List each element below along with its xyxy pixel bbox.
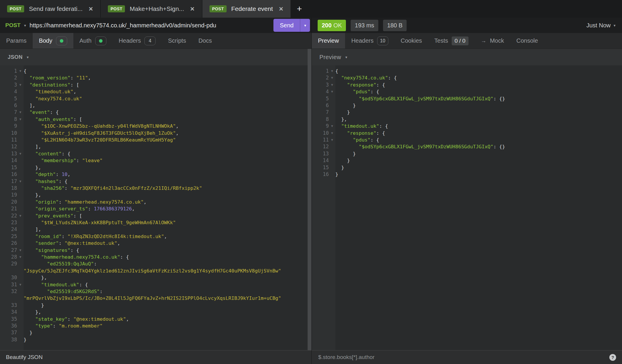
method-badge: POST (108, 5, 125, 12)
token: : { (370, 89, 379, 94)
method-badge: POST (209, 5, 227, 12)
code-content: "timedout.uk": { (335, 123, 622, 129)
code-line: 17▼ "hashes": { (0, 178, 311, 185)
close-tab-icon[interactable]: ✕ (279, 6, 283, 12)
fold-toggle-icon[interactable]: ▼ (329, 82, 335, 88)
code-line: 7▼ "event": { (0, 109, 311, 116)
line-number: 20 (0, 199, 17, 205)
beautify-json-button[interactable]: Beautify JSON (6, 354, 43, 360)
fold-toggle-icon[interactable]: ▼ (329, 88, 335, 95)
tab-params[interactable]: Params (0, 33, 33, 49)
code-line: 27▼ "signatures": { (0, 247, 311, 254)
request-tab[interactable]: POSTSend raw federati...✕ (0, 0, 101, 18)
code-content: }, (24, 274, 311, 281)
code-line: 30 }, (0, 274, 311, 281)
tab-mock[interactable]: →Mock (475, 33, 510, 49)
token: 10 (62, 172, 67, 177)
token: } (335, 109, 350, 115)
code-line: 25 "room_id": "!XRqZN3zQD2dtHc8I4k:timed… (0, 233, 311, 240)
code-line: 16 "depth": 10, (0, 171, 311, 178)
fold-toggle-icon[interactable]: ▼ (17, 68, 24, 74)
send-button-label[interactable]: Send (273, 19, 300, 32)
tab-console[interactable]: Console (510, 33, 544, 49)
status-badge: 200OK (318, 20, 346, 31)
tab-cookies[interactable]: Cookies (395, 33, 428, 49)
line-gutter: 4▼ (312, 88, 335, 95)
fold-toggle-icon[interactable]: ▼ (17, 178, 24, 185)
request-body-editor[interactable]: 1▼{2 "room_version": "11",3▼ "destinatio… (0, 65, 311, 350)
new-tab-button[interactable]: + (291, 0, 308, 18)
response-view-selector[interactable]: Preview ▾ (312, 49, 622, 65)
code-content: "pdus": { (335, 88, 622, 95)
tab-tests[interactable]: Tests0 / 0 (428, 33, 475, 49)
line-gutter: 2▼ (312, 74, 335, 81)
api-client-window: POSTSend raw federati...✕POSTMake+Hash+S… (0, 0, 622, 364)
fold-toggle-icon[interactable]: ▼ (17, 109, 24, 116)
fold-toggle-icon[interactable]: ▼ (17, 150, 24, 157)
tab-headers[interactable]: Headers4 (113, 33, 162, 49)
jsonpath-filter-input[interactable] (318, 354, 609, 361)
fold-toggle-icon[interactable]: ▼ (17, 116, 24, 123)
token: "origin" (24, 199, 59, 205)
fold-toggle-icon[interactable]: ▼ (329, 123, 335, 129)
line-gutter: 38 (0, 336, 24, 343)
method-selector[interactable]: POST (5, 22, 21, 29)
chevron-down-icon: ▾ (24, 23, 26, 28)
code-content: "origin": "hammerhead.nexy7574.co.uk", (24, 199, 311, 205)
response-panel: 200OK 193 ms 180 B Just Now ▾ PreviewHea… (312, 18, 622, 364)
token: } (335, 172, 338, 177)
code-line: 20 "origin": "hammerhead.nexy7574.co.uk"… (0, 199, 311, 205)
line-number: 27 (0, 247, 17, 254)
fold-toggle-icon[interactable]: ▼ (17, 247, 24, 254)
fold-toggle-icon[interactable]: ▼ (17, 281, 24, 288)
fold-toggle-icon[interactable]: ▼ (329, 130, 335, 137)
enabled-indicator (56, 36, 67, 45)
fold-toggle-icon[interactable]: ▼ (17, 82, 24, 88)
code-content: "$tW_LYudsZNiKeA-xkK8BPptuTt_9geWHmAn67A… (24, 219, 311, 226)
line-gutter: 22▼ (0, 212, 24, 219)
url-input[interactable]: https://hammerhead.nexy7574.co.uk/_hamme… (29, 22, 270, 29)
body-type-selector[interactable]: JSON ▾ (0, 49, 311, 65)
code-line: 38} (0, 336, 311, 343)
request-tab[interactable]: POSTMake+Hash+Sign...✕ (101, 0, 202, 18)
tab-auth[interactable]: Auth (73, 33, 113, 49)
token: ], (24, 227, 41, 232)
tab-headers[interactable]: Headers10 (345, 33, 395, 49)
token: : [ (73, 117, 82, 122)
token: "membership" (24, 158, 76, 163)
tab-preview[interactable]: Preview (312, 33, 345, 49)
send-button[interactable]: Send ▾ (273, 19, 310, 32)
token: : (100, 289, 105, 294)
tab-docs[interactable]: Docs (192, 33, 218, 49)
code-content: "type": "m.room.member" (24, 323, 311, 329)
code-content: } (335, 157, 622, 164)
code-content: "$odSYp6cxGBLX1FGwL_jvSM97txDzWUH86SGduT… (335, 143, 622, 150)
response-body-viewer[interactable]: 1▼{2▼ "nexy7574.co.uk": {3▼ "response": … (312, 65, 622, 350)
line-gutter: 13 (312, 150, 335, 157)
request-tab[interactable]: POSTFederate event✕ (202, 0, 291, 18)
line-number: 1 (312, 68, 329, 74)
token: : { (376, 82, 385, 88)
fold-toggle-icon[interactable]: ▼ (17, 254, 24, 260)
fold-toggle-icon[interactable]: ▼ (329, 74, 335, 81)
tab-body[interactable]: Body (33, 33, 73, 49)
tab-scripts[interactable]: Scripts (162, 33, 192, 49)
line-gutter: 18 (0, 185, 24, 192)
token: "room_id" (24, 234, 62, 239)
code-content: "hashes": { (24, 178, 311, 185)
token: : { (62, 151, 70, 157)
editor-scrollbar[interactable] (308, 49, 311, 350)
line-gutter: 1▼ (312, 68, 335, 74)
fold-toggle-icon[interactable]: ▼ (329, 68, 335, 74)
fold-toggle-icon[interactable]: ▼ (329, 137, 335, 143)
response-history-dropdown[interactable]: Just Now ▾ (586, 22, 616, 29)
send-options-button[interactable]: ▾ (300, 19, 310, 32)
help-icon[interactable]: ? (609, 354, 616, 361)
fold-toggle-icon[interactable]: ▼ (17, 212, 24, 219)
line-number: 2 (0, 74, 17, 81)
token: "$tW_LYudsZNiKeA-xkK8BPptuTt_9geWHmAn67A… (24, 220, 176, 225)
close-tab-icon[interactable]: ✕ (190, 6, 195, 12)
close-tab-icon[interactable]: ✕ (88, 6, 93, 12)
line-gutter: 3▼ (0, 82, 24, 88)
line-number: 31 (0, 281, 17, 288)
